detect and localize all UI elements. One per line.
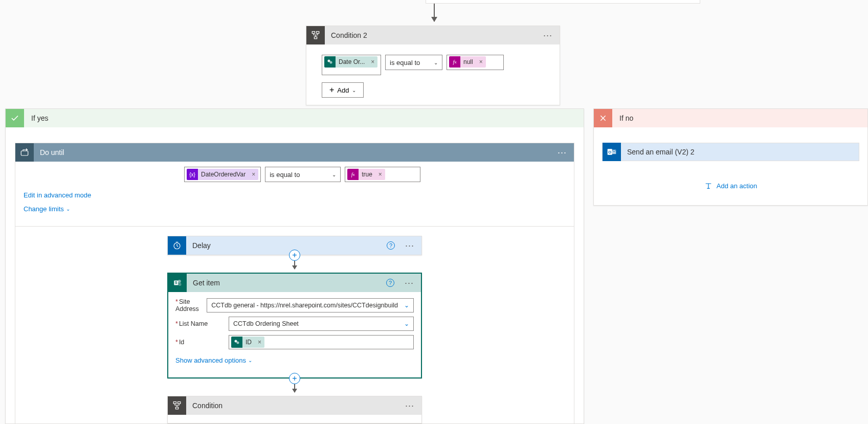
if-no-branch: If no O Send an email (V2) 2 Add an acti…: [593, 108, 868, 206]
chevron-down-icon: ⌄: [248, 358, 252, 363]
more-icon[interactable]: ···: [555, 147, 569, 158]
sharepoint-token-icon: [231, 337, 242, 348]
help-icon[interactable]: ?: [387, 241, 395, 250]
change-limits-link[interactable]: Change limits ⌄: [24, 205, 70, 213]
remove-token-icon[interactable]: ×: [375, 171, 385, 178]
checkmark-icon: [6, 109, 24, 127]
list-name-input[interactable]: CCTdb Ordering Sheet ⌄: [229, 317, 414, 331]
svg-rect-1: [317, 32, 319, 34]
send-email-label: Send an email (V2) 2: [621, 148, 695, 156]
condition2-left-value[interactable]: Date Or... ×: [322, 55, 381, 75]
site-address-value: CCTdb general - https://nrel.sharepoint.…: [211, 302, 398, 309]
condition-icon: [306, 26, 325, 44]
remove-token-icon[interactable]: ×: [368, 58, 377, 65]
condition2-header[interactable]: Condition 2 ···: [306, 26, 560, 44]
plus-icon: +: [329, 86, 334, 94]
chevron-down-icon: ⌄: [66, 206, 70, 212]
svg-rect-13: [173, 402, 176, 404]
do-until-title: Do until: [34, 148, 555, 157]
chevron-down-icon: ⌄: [404, 320, 409, 327]
remove-token-icon[interactable]: ×: [476, 58, 486, 65]
add-label: Add: [337, 86, 349, 94]
do-until-card: Do until ··· {x} DateOrderedVar × is equ…: [15, 143, 574, 424]
sharepoint-token-icon: [324, 56, 336, 68]
condition2-card: Condition 2 ··· Date Or... × is equal to…: [306, 26, 560, 105]
add-action-button[interactable]: Add an action: [602, 182, 859, 190]
svg-point-12: [237, 342, 239, 344]
add-condition-button[interactable]: + Add ⌄: [322, 82, 364, 98]
list-name-label: *List Name: [175, 320, 225, 327]
site-address-input[interactable]: CCTdb general - https://nrel.sharepoint.…: [207, 298, 414, 313]
remove-token-icon[interactable]: ×: [255, 339, 264, 346]
add-step-button[interactable]: +: [289, 373, 300, 384]
svg-point-9: [178, 280, 181, 283]
svg-rect-2: [314, 37, 317, 39]
add-action-label: Add an action: [717, 182, 758, 190]
variable-token-icon: {x}: [187, 169, 198, 180]
show-advanced-link[interactable]: Show advanced options ⌄: [175, 356, 252, 364]
do-until-right-value[interactable]: fx true ×: [345, 167, 420, 182]
svg-rect-0: [312, 32, 315, 34]
svg-point-3: [328, 60, 330, 62]
token-label: Date Or...: [336, 58, 368, 65]
fx-token-icon: fx: [449, 56, 460, 68]
connector-arrow: [434, 4, 435, 21]
condition-title: Condition: [186, 401, 403, 410]
do-until-left-value[interactable]: {x} DateOrderedVar ×: [184, 167, 261, 182]
condition2-operator[interactable]: is equal to ⌄: [385, 55, 442, 70]
send-email-card[interactable]: O Send an email (V2) 2: [602, 143, 859, 161]
if-no-label: If no: [612, 114, 633, 122]
operator-label: is equal to: [270, 171, 300, 178]
close-icon: [594, 109, 612, 127]
change-limits-label: Change limits: [24, 205, 64, 213]
condition2-right-value[interactable]: fx null ×: [447, 55, 504, 70]
edit-advanced-link[interactable]: Edit in advanced mode: [24, 191, 91, 199]
site-address-label: *Site Address: [175, 298, 203, 313]
chevron-down-icon: ⌄: [332, 172, 336, 177]
previous-card-stub: [426, 0, 700, 4]
connector-arrow: [294, 384, 295, 392]
condition2-title: Condition 2: [325, 31, 541, 39]
if-yes-label: If yes: [24, 114, 48, 122]
chevron-down-icon: ⌄: [434, 60, 438, 65]
do-until-operator[interactable]: is equal to ⌄: [265, 167, 341, 182]
sharepoint-icon: S: [168, 274, 187, 292]
chevron-down-icon: ⌄: [404, 302, 409, 309]
loop-icon: [15, 143, 34, 162]
delay-title: Delay: [186, 241, 387, 250]
more-icon[interactable]: ···: [403, 400, 416, 411]
get-item-card: S Get item ? ··· *Site Address CCTdb gen…: [167, 273, 422, 378]
remove-token-icon[interactable]: ×: [249, 171, 258, 178]
operator-label: is equal to: [390, 59, 420, 66]
more-icon[interactable]: ···: [403, 240, 416, 251]
fx-token-icon: fx: [347, 169, 359, 180]
svg-point-4: [330, 61, 332, 64]
connector-arrow: [294, 261, 295, 269]
svg-rect-14: [178, 402, 181, 404]
more-icon[interactable]: ···: [403, 278, 416, 288]
get-item-header[interactable]: S Get item ? ···: [168, 274, 421, 292]
list-name-value: CCTdb Ordering Sheet: [233, 320, 299, 327]
help-icon[interactable]: ?: [386, 279, 394, 287]
id-label: *Id: [175, 339, 225, 346]
if-yes-header[interactable]: If yes: [6, 109, 584, 127]
get-item-title: Get item: [187, 279, 386, 287]
condition-icon: [168, 396, 186, 415]
add-action-icon: [704, 182, 713, 190]
svg-text:S: S: [175, 281, 177, 284]
more-icon[interactable]: ···: [541, 30, 554, 41]
token-label: ID: [242, 339, 255, 346]
clock-icon: [168, 236, 186, 255]
token-label: null: [460, 58, 476, 65]
condition-card[interactable]: Condition ···: [167, 396, 422, 423]
svg-rect-5: [21, 151, 28, 155]
show-advanced-label: Show advanced options: [175, 356, 246, 364]
add-step-button[interactable]: +: [289, 250, 300, 261]
id-input[interactable]: ID ×: [229, 335, 414, 349]
token-label: true: [359, 171, 375, 178]
do-until-header[interactable]: Do until ···: [15, 143, 574, 162]
svg-point-10: [179, 283, 182, 286]
token-label: DateOrderedVar: [198, 171, 249, 178]
svg-point-11: [235, 340, 237, 343]
if-no-header[interactable]: If no: [594, 109, 867, 127]
